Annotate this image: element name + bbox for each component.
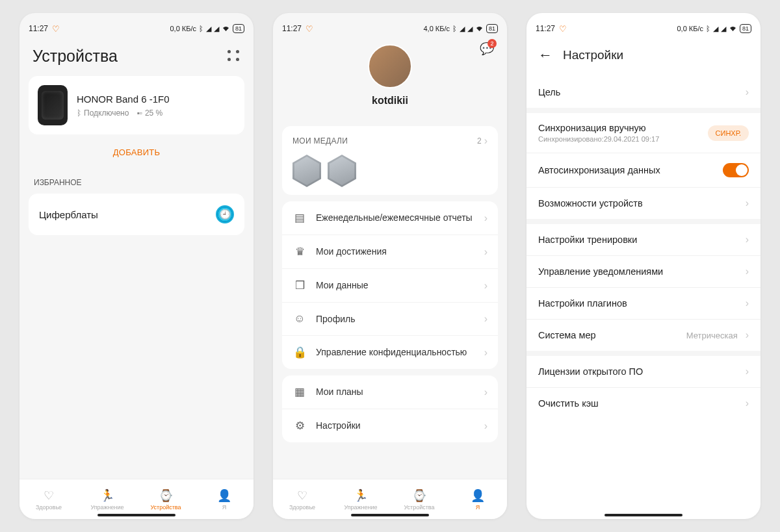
home-indicator[interactable] — [98, 514, 176, 516]
signal-icon: ◢ — [713, 25, 718, 33]
status-data-rate: 4,0 КБ/с — [423, 25, 450, 32]
nav-label: Упражнение — [344, 504, 377, 511]
status-data-rate: 0,0 КБ/с — [170, 25, 196, 32]
bluetooth-icon: ᛒ — [452, 25, 457, 32]
nav-exercise[interactable]: 🏃 Упражнение — [332, 479, 390, 519]
item-label: Мои планы — [316, 386, 475, 398]
medals-card[interactable]: МОИ МЕДАЛИ 2 › — [282, 126, 498, 195]
nav-me[interactable]: 👤 Я — [448, 479, 507, 519]
row-autosync[interactable]: Автосинхронизация данных — [526, 153, 760, 188]
heart-icon: ♡ — [306, 24, 313, 34]
home-indicator[interactable] — [604, 514, 682, 516]
nav-exercise[interactable]: 🏃 Упражнение — [78, 479, 136, 519]
chevron-right-icon: › — [484, 386, 488, 398]
item-label: Управление конфиденциальностью — [316, 346, 475, 358]
item-label: Настройки — [316, 420, 475, 431]
autosync-toggle[interactable] — [723, 163, 749, 177]
battery-icon: ▪▫ — [136, 108, 142, 118]
person-icon: ☺ — [292, 312, 307, 325]
page-title: Устройства — [32, 47, 118, 66]
row-manual-sync[interactable]: Синхронизация вручную Синхронизировано:2… — [526, 113, 760, 153]
bluetooth-icon: ᛒ — [199, 25, 203, 32]
row-label: Управление уведомлениями — [538, 266, 742, 277]
settings-screen: 11:27 ♡ 0,0 КБ/с ᛒ ◢ ◢ 81 ← Настройки Це… — [526, 13, 760, 519]
back-button[interactable]: ← — [538, 47, 552, 64]
row-units[interactable]: Система мер Метрическая › — [526, 320, 760, 351]
row-label: Настройки плагинов — [538, 298, 742, 309]
signal-icon: ◢ — [214, 25, 219, 33]
row-clear-cache[interactable]: Очистить кэш › — [526, 388, 760, 419]
row-value: Метрическая — [686, 331, 738, 340]
status-bar: 11:27 ♡ 0,0 КБ/с ᛒ ◢ ◢ 81 — [20, 19, 254, 38]
row-notifications[interactable]: Управление уведомлениями › — [526, 256, 760, 288]
heart-icon: ♡ — [44, 488, 54, 503]
device-name: HONOR Band 6 -1F0 — [77, 94, 235, 105]
nav-label: Устройства — [150, 504, 181, 511]
chevron-right-icon: › — [746, 197, 749, 209]
person-icon: 👤 — [217, 488, 231, 503]
cube-icon: ❒ — [292, 279, 307, 292]
nav-label: Здоровье — [289, 504, 315, 511]
page-title: Настройки — [563, 48, 623, 62]
avatar[interactable] — [368, 44, 412, 88]
row-license[interactable]: Лицензии открытого ПО › — [526, 356, 760, 388]
person-icon: 👤 — [471, 488, 485, 503]
device-battery: 25 % — [145, 108, 162, 118]
username: kotdikii — [273, 95, 507, 107]
nav-devices[interactable]: ⌚ Устройства — [136, 479, 195, 519]
medal-icon — [328, 155, 356, 187]
row-goal[interactable]: Цель › — [526, 77, 760, 108]
nav-label: Я — [476, 504, 480, 511]
add-button[interactable]: ДОБАВИТЬ — [20, 138, 254, 168]
scan-icon[interactable] — [228, 50, 240, 63]
wifi-icon — [222, 25, 230, 32]
chevron-right-icon: › — [746, 329, 749, 341]
heart-icon: ♡ — [559, 24, 567, 34]
row-label: Система мер — [538, 330, 686, 340]
row-label: Возможности устройств — [538, 198, 742, 209]
chevron-right-icon: › — [484, 246, 488, 258]
clock-icon: 🕘 — [216, 205, 234, 223]
device-card[interactable]: HONOR Band 6 -1F0 ᛒ Подключено ▪▫ 25 % — [29, 76, 244, 134]
nav-health[interactable]: ♡ Здоровье — [20, 479, 78, 519]
gear-icon: ⚙ — [292, 419, 307, 433]
item-profile[interactable]: ☺ Профиль › — [282, 303, 498, 336]
item-achievements[interactable]: ♛ Мои достижения › — [282, 235, 498, 269]
signal-icon: ◢ — [206, 25, 211, 33]
nav-me[interactable]: 👤 Я — [195, 479, 254, 519]
row-label: Цель — [538, 87, 742, 97]
row-label: Очистить кэш — [538, 398, 742, 409]
lock-icon: 🔒 — [292, 346, 307, 359]
row-plugins[interactable]: Настройки плагинов › — [526, 288, 760, 320]
nav-devices[interactable]: ⌚ Устройства — [390, 479, 448, 519]
home-indicator[interactable] — [351, 514, 429, 516]
watchfaces-label: Циферблаты — [39, 209, 98, 220]
device-status: Подключено — [84, 108, 129, 118]
item-label: Еженедельные/ежемесячные отчеты — [316, 212, 475, 223]
item-settings[interactable]: ⚙ Настройки › — [282, 409, 498, 442]
section-favorites: ИЗБРАННОЕ — [20, 168, 254, 194]
nav-label: Я — [222, 504, 227, 511]
chevron-right-icon: › — [484, 420, 488, 432]
item-plans[interactable]: ▦ Мои планы › — [282, 375, 498, 409]
nav-health[interactable]: ♡ Здоровье — [273, 479, 332, 519]
row-capabilities[interactable]: Возможности устройств › — [526, 188, 760, 219]
row-label: Автосинхронизация данных — [538, 165, 723, 175]
chevron-right-icon: › — [746, 86, 749, 98]
row-label: Синхронизация вручную — [538, 123, 708, 133]
item-mydata[interactable]: ❒ Мои данные › — [282, 269, 498, 303]
chevron-right-icon: › — [484, 313, 488, 325]
row-label: Лицензии открытого ПО — [538, 366, 742, 377]
item-reports[interactable]: ▤ Еженедельные/ежемесячные отчеты › — [282, 201, 498, 235]
item-privacy[interactable]: 🔒 Управление конфиденциальностью › — [282, 336, 498, 369]
watchfaces-item[interactable]: Циферблаты 🕘 — [29, 194, 244, 235]
calendar-icon: ▦ — [292, 385, 307, 399]
sync-button[interactable]: СИНХР. — [708, 125, 749, 141]
item-label: Профиль — [316, 313, 475, 325]
status-time: 11:27 — [282, 24, 302, 33]
chevron-right-icon: › — [746, 366, 749, 377]
row-workout-settings[interactable]: Настройки тренировки › — [526, 224, 760, 256]
status-bar: 11:27 ♡ 4,0 КБ/с ᛒ ◢ ◢ 81 — [273, 19, 507, 38]
wifi-icon — [729, 25, 737, 32]
signal-icon: ◢ — [721, 25, 726, 33]
